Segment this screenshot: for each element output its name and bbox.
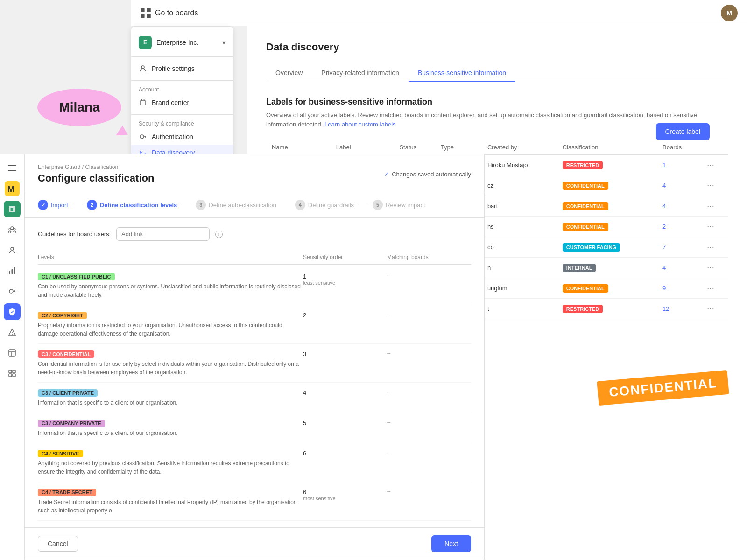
svg-point-21 [9,289,13,293]
svg-point-4 [141,66,144,69]
cell-boards[interactable]: 7 [657,237,701,258]
more-options-button[interactable]: ⋯ [707,263,714,272]
sidebar-shield-icon[interactable] [4,303,21,320]
cell-boards[interactable]: 4 [657,258,701,278]
info-icon[interactable]: i [215,231,223,238]
sidebar-box-icon[interactable] [4,344,21,361]
step-4-guardrails[interactable]: 4 Define guardrails [295,200,354,210]
svg-rect-3 [147,14,150,18]
grid-icon[interactable] [140,7,151,19]
level-info: C4 / TRADE SECRET Trade Secret informati… [38,488,303,515]
hamburger-button[interactable] [4,160,21,176]
svg-rect-0 [141,8,144,12]
tab-business-sensitive[interactable]: Business-sensitive information [409,64,515,82]
changes-saved-indicator: ✓ Changes saved automatically [384,171,471,178]
cancel-button[interactable]: Cancel [38,536,78,552]
brand-center-item[interactable]: Brand center [131,95,233,111]
level-desc: Information that is specific to a client… [38,399,303,407]
svg-rect-22 [9,350,15,356]
authentication-item[interactable]: Authentication [131,129,233,145]
more-options-button[interactable]: ⋯ [707,202,714,210]
level-sensitivity: 3 [303,350,387,357]
step-5-review[interactable]: 5 Review impact [373,200,425,210]
more-options-button[interactable]: ⋯ [707,181,714,190]
sensitivity-col-header: Sensitivity order [303,254,387,260]
level-desc: Information that is specific to a client… [38,429,303,437]
step-2-circle: 2 [87,200,97,210]
level-boards: – [387,388,471,395]
sidebar-enterprise-icon[interactable]: E [4,201,21,217]
levels-col-header: Levels [38,254,303,260]
svg-rect-24 [13,370,15,373]
tab-privacy[interactable]: Privacy-related information [312,64,409,82]
more-options-button[interactable]: ⋯ [707,284,714,293]
brand-center-label: Brand center [152,99,189,106]
config-body: Guidelines for board users: i Levels Sen… [25,218,484,527]
cell-classification: CONFIDENTIAL [557,278,657,299]
org-name: Enterprise Inc. [156,39,218,46]
svg-text:M: M [7,185,14,194]
level-sensitivity: 1 least sensitive [303,272,387,286]
divider-3 [131,114,233,115]
svg-point-14 [11,227,14,230]
level-info: C3 / CONFIDENTIAL Confidential informati… [38,350,303,377]
go-to-boards-link[interactable]: Go to boards [155,9,198,17]
page-title: Configure classification [38,172,154,184]
cell-boards[interactable]: 12 [657,299,701,319]
sidebar-keys-icon[interactable] [4,283,21,300]
cell-created: cz [482,175,557,196]
profile-settings-item[interactable]: Profile settings [131,61,233,77]
sidebar-alert-icon[interactable] [4,324,21,341]
levels-table-header: Levels Sensitivity order Matching boards [38,250,471,265]
svg-point-16 [14,228,15,230]
sidebar-user-icon[interactable] [4,242,21,259]
sidebar-analytics-icon[interactable] [4,262,21,279]
step-divider-2 [181,205,192,205]
chevron-down-icon: ▾ [222,39,226,46]
cell-created: co [482,237,557,258]
org-selector[interactable]: E Enterprise Inc. ▾ [131,32,233,53]
level-row-c4-trade: C4 / TRADE SECRET Trade Secret informati… [38,482,471,521]
more-options-button[interactable]: ⋯ [707,304,714,313]
cell-boards[interactable]: 4 [657,175,701,196]
data-discovery-title: Data discovery [266,41,728,53]
level-desc: Anything not covered by previous classif… [38,459,303,476]
svg-point-6 [140,135,144,139]
step-3-auto-class[interactable]: 3 Define auto-classification [196,200,276,210]
level-boards: – [387,419,471,426]
cell-boards[interactable]: 4 [657,196,701,217]
next-button[interactable]: Next [431,535,471,552]
level-badge: C4 / SENSITIVE [38,450,83,457]
cell-created: t [482,299,557,319]
sidebar-dashboard-icon[interactable] [4,365,21,382]
user-avatar[interactable]: M [721,5,738,21]
key-icon [139,133,147,141]
cell-boards[interactable]: 1 [657,155,701,175]
config-footer: Cancel Next [25,527,484,560]
level-info: C3 / COMPANY PRIVATE Information that is… [38,419,303,437]
cell-created: ns [482,217,557,237]
guidelines-input[interactable] [116,227,210,241]
tab-overview[interactable]: Overview [266,64,312,82]
level-badge: C1 / UNCLASSIFIED PUBLIC [38,273,115,280]
miro-logo[interactable]: M [4,180,21,197]
svg-rect-19 [11,269,13,274]
cell-classification: CONFIDENTIAL [557,175,657,196]
more-options-button[interactable]: ⋯ [707,243,714,252]
level-row-c4-sens: C4 / SENSITIVE Anything not covered by p… [38,443,471,482]
more-options-button[interactable]: ⋯ [707,222,714,231]
step-1-import[interactable]: ✓ Import [38,200,68,210]
step-2-define-levels[interactable]: 2 Define classification levels [87,200,177,210]
level-badge: C3 / CONFIDENTIAL [38,350,94,358]
guidelines-row: Guidelines for board users: i [38,227,471,241]
sidebar-team-icon[interactable] [4,221,21,238]
more-options-button[interactable]: ⋯ [707,161,714,169]
cell-boards[interactable]: 9 [657,278,701,299]
learn-more-link[interactable]: Learn about custom labels [324,121,395,128]
breadcrumb-enterprise-guard[interactable]: Enterprise Guard [38,164,80,170]
dropdown-menu: E Enterprise Inc. ▾ Profile settings Acc… [131,26,233,167]
step-5-circle: 5 [373,200,383,210]
create-label-button[interactable]: Create label [656,123,710,140]
level-sensitivity: 6 [303,449,387,457]
cell-boards[interactable]: 2 [657,217,701,237]
